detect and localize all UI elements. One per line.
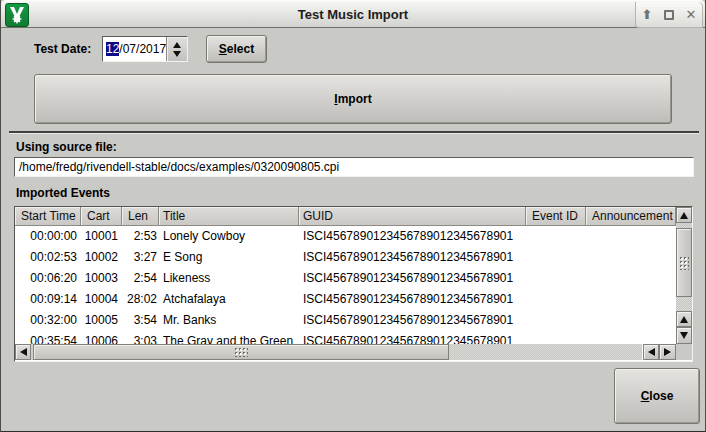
import-button-label: Import bbox=[334, 92, 371, 106]
using-source-file-label: Using source file: bbox=[16, 140, 117, 154]
cell-event-id bbox=[526, 268, 586, 289]
column-header-cart[interactable]: Cart bbox=[81, 207, 122, 226]
scroll-up-icon bbox=[680, 316, 688, 323]
cell-event-id bbox=[526, 310, 586, 331]
imported-events-table: Start Time Cart Len Title GUID Event ID … bbox=[14, 206, 693, 362]
cell-start-time: 00:35:54 bbox=[15, 331, 81, 344]
spin-up-icon[interactable] bbox=[173, 42, 181, 48]
cell-start-time: 00:00:00 bbox=[15, 226, 81, 247]
scrollbar-corner bbox=[676, 344, 692, 360]
table-body: 00:00:00 10001 2:53 Lonely Cowboy ISCI45… bbox=[15, 226, 676, 344]
cell-cart: 10006 bbox=[81, 331, 122, 344]
close-button-label: Close bbox=[641, 389, 674, 403]
cell-cart: 10001 bbox=[81, 226, 122, 247]
column-header-len[interactable]: Len bbox=[122, 207, 159, 226]
horizontal-scrollbar[interactable] bbox=[15, 344, 676, 360]
test-date-spinbox[interactable]: 12/07/2017 bbox=[102, 36, 188, 62]
cell-announcement bbox=[586, 268, 676, 289]
thumb-grip-icon bbox=[679, 256, 689, 270]
column-header-guid[interactable]: GUID bbox=[299, 207, 526, 226]
column-header-title[interactable]: Title bbox=[159, 207, 299, 226]
horizontal-scroll-thumb[interactable] bbox=[33, 344, 449, 360]
cell-guid: ISCI4567890123456789012345678901 bbox=[299, 310, 526, 331]
date-spin-buttons[interactable] bbox=[166, 37, 187, 61]
close-rest: lose bbox=[649, 389, 673, 403]
cell-event-id bbox=[526, 247, 586, 268]
window-controls: ⬆ ✕ bbox=[635, 2, 703, 28]
close-window-icon[interactable]: ✕ bbox=[682, 6, 700, 24]
close-button[interactable]: Close bbox=[614, 368, 700, 424]
cell-start-time: 00:06:20 bbox=[15, 268, 81, 289]
scroll-right-button[interactable] bbox=[659, 344, 676, 360]
cell-title: Mr. Banks bbox=[159, 310, 299, 331]
column-header-start-time[interactable]: Start Time bbox=[15, 207, 81, 226]
cell-cart: 10004 bbox=[81, 289, 122, 310]
cell-len: 3:54 bbox=[122, 310, 159, 331]
cell-guid: ISCI4567890123456789012345678901 bbox=[299, 268, 526, 289]
table-row[interactable]: 00:02:53 10002 3:27 E Song ISCI456789012… bbox=[15, 247, 676, 268]
maximize-glyph bbox=[664, 10, 674, 20]
cell-guid: ISCI4567890123456789012345678901 bbox=[299, 289, 526, 310]
cell-start-time: 00:09:14 bbox=[15, 289, 81, 310]
table-row[interactable]: 00:06:20 10003 2:54 Likeness ISCI4567890… bbox=[15, 268, 676, 289]
cell-announcement bbox=[586, 310, 676, 331]
cell-title: Lonely Cowboy bbox=[159, 226, 299, 247]
cell-title: Atchafalaya bbox=[159, 289, 299, 310]
cell-event-id bbox=[526, 226, 586, 247]
import-button[interactable]: Import bbox=[34, 74, 672, 124]
cell-title: E Song bbox=[159, 247, 299, 268]
table-row[interactable]: 00:32:00 10005 3:54 Mr. Banks ISCI456789… bbox=[15, 310, 676, 331]
cell-len: 28:02 bbox=[122, 289, 159, 310]
test-music-import-window: Test Music Import ⬆ ✕ Test Date: 12/07/2… bbox=[0, 0, 706, 432]
cell-cart: 10003 bbox=[81, 268, 122, 289]
cell-cart: 10002 bbox=[81, 247, 122, 268]
vertical-scrollbar[interactable] bbox=[676, 207, 692, 344]
cell-len: 3:27 bbox=[122, 247, 159, 268]
column-header-event-id[interactable]: Event ID bbox=[526, 207, 586, 226]
cell-start-time: 00:32:00 bbox=[15, 310, 81, 331]
column-header-announcement[interactable]: Announcement bbox=[586, 207, 676, 226]
cell-guid: ISCI4567890123456789012345678901 bbox=[299, 331, 526, 344]
table-row[interactable]: 00:35:54 10006 3:03 The Gray and the Gre… bbox=[15, 331, 676, 344]
select-button-label: Select bbox=[219, 42, 254, 56]
scroll-down-button[interactable] bbox=[676, 327, 692, 344]
cell-title: The Gray and the Green bbox=[159, 331, 299, 344]
table-header-row: Start Time Cart Len Title GUID Event ID … bbox=[15, 207, 676, 226]
vertical-scroll-thumb[interactable] bbox=[676, 228, 692, 297]
table-row[interactable]: 00:09:14 10004 28:02 Atchafalaya ISCI456… bbox=[15, 289, 676, 310]
scroll-up-button-bottom[interactable] bbox=[676, 311, 692, 327]
scroll-left-button[interactable] bbox=[15, 344, 31, 360]
thumb-grip-icon bbox=[234, 347, 248, 357]
cell-title: Likeness bbox=[159, 268, 299, 289]
cell-announcement bbox=[586, 226, 676, 247]
cell-announcement bbox=[586, 247, 676, 268]
cell-len: 2:54 bbox=[122, 268, 159, 289]
cell-event-id bbox=[526, 331, 586, 344]
scroll-up-icon bbox=[680, 212, 688, 219]
scroll-left-icon bbox=[20, 348, 27, 356]
table-row[interactable]: 00:00:00 10001 2:53 Lonely Cowboy ISCI45… bbox=[15, 226, 676, 247]
import-rest: mport bbox=[338, 92, 372, 106]
imported-events-label: Imported Events bbox=[16, 186, 110, 200]
source-file-path-input[interactable]: /home/fredg/rivendell-stable/docs/exampl… bbox=[14, 157, 694, 177]
cell-len: 2:53 bbox=[122, 226, 159, 247]
select-button[interactable]: Select bbox=[206, 35, 267, 63]
scroll-right-icon bbox=[664, 348, 671, 356]
cell-len: 3:03 bbox=[122, 331, 159, 344]
test-date-label: Test Date: bbox=[34, 42, 91, 56]
window-title: Test Music Import bbox=[1, 1, 705, 29]
section-divider bbox=[9, 131, 699, 134]
scroll-up-button[interactable] bbox=[676, 207, 692, 223]
spin-down-icon[interactable] bbox=[173, 51, 181, 57]
date-selected-text: 12 bbox=[106, 42, 119, 56]
shade-window-icon[interactable]: ⬆ bbox=[638, 6, 656, 24]
select-rest: elect bbox=[227, 42, 254, 56]
cell-announcement bbox=[586, 289, 676, 310]
test-date-value[interactable]: 12/07/2017 bbox=[103, 37, 166, 61]
cell-announcement bbox=[586, 331, 676, 344]
scroll-left-button-right[interactable] bbox=[643, 344, 659, 360]
date-rest-text: /07/2017 bbox=[119, 42, 166, 56]
select-accel: S bbox=[219, 42, 227, 56]
titlebar[interactable]: Test Music Import ⬆ ✕ bbox=[1, 0, 705, 28]
maximize-window-icon[interactable] bbox=[660, 6, 678, 24]
